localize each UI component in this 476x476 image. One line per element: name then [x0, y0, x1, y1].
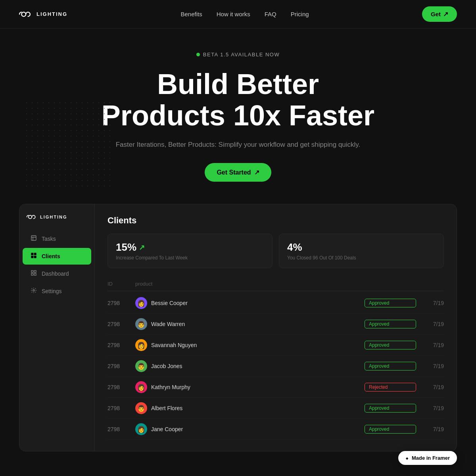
status-badge: Approved — [365, 299, 416, 307]
row-person: 👨 Wade Warren — [135, 318, 365, 330]
col-status — [365, 281, 416, 287]
row-person: 👨 Albert Flores — [135, 402, 365, 414]
stat-card-increase: 15% ↗ Increase Compared To Last Week — [107, 234, 273, 268]
svg-rect-0 — [31, 236, 36, 240]
nav-link-faq[interactable]: FAQ — [265, 11, 276, 17]
avatar: 👨 — [135, 402, 147, 414]
stat-value-closed: 4% — [287, 241, 436, 253]
row-person: 👨 Jacob Jones — [135, 360, 365, 372]
row-id: 2798 — [107, 363, 135, 369]
row-name: Jane Cooper — [151, 426, 183, 432]
col-date — [416, 281, 444, 287]
row-person: 👩 Jane Cooper — [135, 423, 365, 435]
sidebar-item-clients[interactable]: Clients — [23, 248, 91, 265]
nav-logo: LIGHTING — [19, 10, 67, 18]
settings-icon — [30, 287, 38, 295]
table-row[interactable]: 2798 👩 Jane Cooper Approved 7/19 — [107, 419, 444, 440]
sidebar-logo: LIGHTING — [19, 214, 94, 230]
stat-arrow-icon: ↗ — [139, 243, 145, 252]
row-id: 2798 — [107, 426, 135, 432]
table-row[interactable]: 2798 👩 Savannah Nguyen Approved 7/19 — [107, 335, 444, 356]
nav-logo-text: LIGHTING — [36, 11, 67, 17]
hero-cta-button[interactable]: Get Started ↗ — [205, 163, 271, 182]
clients-icon — [30, 252, 38, 260]
table-row[interactable]: 2798 👨 Jacob Jones Approved 7/19 — [107, 356, 444, 377]
row-name: Bessie Cooper — [151, 300, 188, 306]
avatar: 👩 — [135, 423, 147, 435]
table-row[interactable]: 2798 👨 Wade Warren Approved 7/19 — [107, 314, 444, 335]
dashboard-icon — [30, 270, 38, 278]
row-id: 2798 — [107, 342, 135, 348]
row-date: 7/19 — [416, 300, 444, 306]
status-badge: Approved — [365, 341, 416, 349]
hero-arrow-icon: ↗ — [254, 169, 259, 176]
table-body: 2798 👩 Bessie Cooper Approved 7/19 2798 … — [107, 293, 444, 440]
framer-badge: ⬥ Made in Framer — [398, 451, 457, 465]
row-name: Wade Warren — [151, 321, 185, 327]
beta-dot — [196, 53, 200, 56]
avatar: 👩 — [135, 297, 147, 309]
row-person: 👩 Bessie Cooper — [135, 297, 365, 309]
status-badge: Rejected — [365, 383, 416, 392]
row-date: 7/19 — [416, 405, 444, 411]
sidebar-item-tasks[interactable]: Tasks — [23, 230, 91, 247]
navbar: LIGHTING Benefits How it works FAQ Prici… — [0, 0, 476, 29]
row-name: Albert Flores — [151, 405, 182, 411]
framer-icon: ⬥ — [405, 455, 409, 461]
hero-subtitle: Faster Iterations, Better Products: Simp… — [19, 141, 457, 149]
sidebar-item-dashboard[interactable]: Dashboard — [23, 265, 91, 282]
svg-rect-5 — [31, 256, 33, 258]
nav-get-button[interactable]: Get ↗ — [422, 6, 457, 22]
stat-card-closed: 4% You Closed 96 Out Of 100 Deals — [279, 234, 444, 268]
status-badge: Approved — [365, 320, 416, 328]
row-person: 👩 Kathryn Murphy — [135, 381, 365, 393]
row-id: 2798 — [107, 405, 135, 411]
tasks-icon — [30, 235, 38, 243]
row-id: 2798 — [107, 321, 135, 327]
row-date: 7/19 — [416, 363, 444, 369]
nav-link-pricing[interactable]: Pricing — [291, 11, 309, 17]
stats-row: 15% ↗ Increase Compared To Last Week 4% … — [107, 234, 444, 268]
row-name: Jacob Jones — [151, 363, 182, 369]
beta-badge: BETA 1.5 AVAILABLE NOW — [196, 52, 280, 58]
stat-value-increase: 15% ↗ — [116, 241, 264, 253]
table-header: ID product — [107, 278, 444, 291]
table-row[interactable]: 2798 👩 Kathryn Murphy Rejected 7/19 — [107, 377, 444, 398]
svg-rect-3 — [31, 253, 33, 255]
app-card: LIGHTING Tasks Clients — [19, 204, 457, 451]
nav-link-benefits[interactable]: Benefits — [181, 11, 202, 17]
table-row[interactable]: 2798 👩 Bessie Cooper Approved 7/19 — [107, 293, 444, 314]
row-date: 7/19 — [416, 384, 444, 390]
hero-title: Build Better Products 10x Faster — [99, 69, 377, 131]
sidebar: LIGHTING Tasks Clients — [19, 204, 95, 451]
hero-section: BETA 1.5 AVAILABLE NOW Build Better Prod… — [0, 29, 476, 204]
sidebar-logo-text: LIGHTING — [40, 215, 67, 219]
row-name: Savannah Nguyen — [151, 342, 197, 348]
row-id: 2798 — [107, 300, 135, 306]
avatar: 👨 — [135, 318, 147, 330]
clients-title: Clients — [107, 215, 444, 226]
row-person: 👩 Savannah Nguyen — [135, 339, 365, 351]
sidebar-item-settings[interactable]: Settings — [23, 283, 91, 299]
table-row[interactable]: 2798 👨 Albert Flores Approved 7/19 — [107, 398, 444, 419]
row-name: Kathryn Murphy — [151, 384, 190, 390]
nav-link-how-it-works[interactable]: How it works — [217, 11, 250, 17]
status-badge: Approved — [365, 362, 416, 370]
svg-rect-4 — [34, 253, 36, 255]
arrow-icon: ↗ — [443, 10, 448, 18]
nav-links: Benefits How it works FAQ Pricing — [181, 11, 309, 17]
main-content: Clients 15% ↗ Increase Compared To Last … — [95, 204, 457, 451]
logo-icon — [19, 10, 33, 18]
svg-rect-10 — [34, 274, 36, 276]
svg-rect-7 — [31, 271, 33, 273]
row-date: 7/19 — [416, 342, 444, 348]
row-date: 7/19 — [416, 426, 444, 432]
col-id: ID — [107, 281, 135, 287]
svg-point-11 — [33, 290, 35, 291]
status-badge: Approved — [365, 425, 416, 434]
row-date: 7/19 — [416, 321, 444, 327]
svg-rect-8 — [34, 271, 36, 273]
col-product: product — [135, 281, 365, 287]
avatar: 👨 — [135, 360, 147, 372]
stat-label-closed: You Closed 96 Out Of 100 Deals — [287, 255, 436, 261]
